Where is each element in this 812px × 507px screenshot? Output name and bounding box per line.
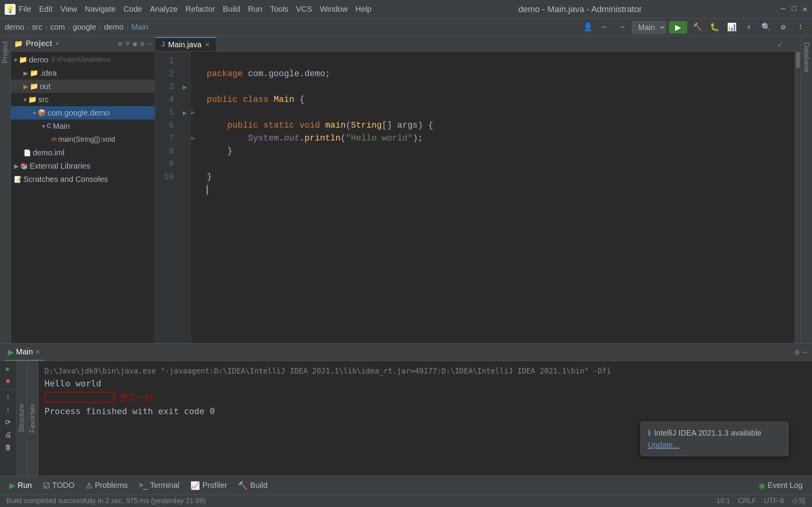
- menu-view[interactable]: View: [60, 5, 77, 14]
- settings-button[interactable]: ⚙: [776, 21, 790, 34]
- tree-item-package[interactable]: ▾ 📦 com.google.demo: [11, 106, 155, 119]
- tree-item-out[interactable]: ▶ 📁 out: [11, 80, 155, 93]
- notification-update-link[interactable]: Update...: [648, 441, 781, 450]
- tree-item-main-method[interactable]: m main(String[]):void: [11, 133, 155, 146]
- restart-run-button[interactable]: ▶: [2, 363, 14, 374]
- breadcrumb-google[interactable]: google: [73, 23, 96, 32]
- event-log-tab[interactable]: ◉ Event Log: [754, 479, 807, 492]
- structure-side-label[interactable]: Structure: [18, 404, 26, 432]
- menu-file[interactable]: File: [19, 5, 31, 14]
- tab-problems[interactable]: ⚠ Problems: [81, 479, 132, 492]
- soft-wrap-button[interactable]: ⟳: [2, 417, 14, 428]
- minimize-button[interactable]: —: [781, 4, 785, 14]
- print-button[interactable]: 🖨: [2, 429, 14, 440]
- debug-button[interactable]: 🐛: [707, 21, 722, 34]
- breadcrumb-src[interactable]: src: [32, 23, 43, 32]
- menu-edit[interactable]: Edit: [39, 5, 52, 14]
- update-icon[interactable]: ↑: [793, 21, 807, 34]
- breadcrumb-demo2[interactable]: demo: [104, 23, 124, 32]
- menu-run[interactable]: Run: [248, 5, 262, 14]
- notification-title: ℹ IntelliJ IDEA 2021.1.3 available: [648, 428, 781, 438]
- bookmark-icon-7[interactable]: ⊳: [191, 135, 195, 142]
- new-file-icon[interactable]: ⊕: [118, 39, 122, 48]
- project-label[interactable]: Project: [0, 39, 11, 66]
- run-output: ▶ ■ ↑ ↓ ⟳ 🖨 🗑 Structure Favorites D:\Jav…: [0, 361, 812, 476]
- database-label[interactable]: Database: [801, 39, 812, 75]
- back-button[interactable]: ←: [598, 21, 612, 34]
- forward-button[interactable]: →: [615, 21, 629, 34]
- maximize-button[interactable]: □: [792, 4, 796, 14]
- minimize-panel-icon[interactable]: —: [147, 40, 152, 48]
- menu-code[interactable]: Code: [124, 5, 142, 14]
- menu-tools[interactable]: Tools: [270, 5, 288, 14]
- tab-close-button[interactable]: ✕: [205, 41, 210, 48]
- run-tab-main[interactable]: ▶ Main ✕: [5, 344, 43, 361]
- tree-item-src[interactable]: ▾ 📁 src: [11, 93, 155, 106]
- run-panel: ▶ Main ✕ ⚙ — ▶ ■ ↑ ↓ ⟳ 🖨 🗑 Structure Fav…: [0, 343, 812, 476]
- tree-item-demo[interactable]: ▾ 📁 demo E:\Project\Java\demo: [11, 53, 155, 66]
- favorites-side-label[interactable]: Favorites: [28, 404, 37, 433]
- collapse-all-icon[interactable]: ≡: [126, 40, 130, 48]
- indent-text[interactable]: 小写: [792, 496, 806, 506]
- editor-tab-main[interactable]: J Main.java ✕: [155, 37, 216, 51]
- run-button[interactable]: ▶: [669, 21, 687, 34]
- tree-item-scratches[interactable]: 📝 Scratches and Consoles: [11, 173, 155, 186]
- run-panel-header: ▶ Main ✕ ⚙ —: [0, 344, 812, 361]
- editor-scrollbar[interactable]: [795, 52, 800, 343]
- scroll-up-button[interactable]: ↑: [2, 392, 14, 403]
- code-area[interactable]: package com.google.demo; public class Ma…: [200, 52, 795, 343]
- scroll-down-button[interactable]: ↓: [2, 404, 14, 415]
- tab-terminal[interactable]: >_ Terminal: [134, 479, 184, 491]
- tree-item-main-class[interactable]: ▾ C Main: [11, 119, 155, 133]
- menu-build[interactable]: Build: [223, 5, 240, 14]
- breadcrumb-com[interactable]: com: [50, 23, 65, 32]
- breadcrumb-main[interactable]: Main: [131, 23, 148, 32]
- menu-navigate[interactable]: Navigate: [85, 5, 116, 14]
- run-minimize-icon[interactable]: —: [803, 348, 807, 357]
- gear-icon[interactable]: ⚙: [140, 39, 144, 48]
- run-settings-icon[interactable]: ⚙: [795, 347, 800, 357]
- stop-run-button[interactable]: ■: [2, 376, 14, 387]
- title-bar: 💡 File Edit View Navigate Code Analyze R…: [0, 0, 812, 19]
- run-gutter-icon-5[interactable]: ▶: [183, 109, 187, 117]
- editor-area: J Main.java ✕ ✓ 1 2 3 4 5 6 7 8 9 10: [155, 36, 800, 343]
- clear-output-button[interactable]: 🗑: [2, 442, 14, 453]
- profile-run-button[interactable]: ⚡: [742, 21, 756, 34]
- bottom-tabs: ▶ Run ☑ TODO ⚠ Problems >_ Terminal 📈 Pr…: [0, 476, 812, 495]
- menu-window[interactable]: Window: [320, 5, 347, 14]
- window-controls[interactable]: — □ ✕: [781, 4, 807, 14]
- left-panel-labels: Project: [0, 36, 11, 343]
- tab-run[interactable]: ▶ Run: [5, 479, 37, 492]
- run-gutter-icon-3[interactable]: ▶: [183, 83, 187, 91]
- breadcrumb-demo[interactable]: demo: [5, 23, 24, 32]
- menu-refactor[interactable]: Refactor: [186, 5, 215, 14]
- run-tab-icon: ▶: [8, 347, 14, 357]
- bookmark-icon-5[interactable]: ⊳: [191, 109, 195, 117]
- tab-todo[interactable]: ☑ TODO: [38, 479, 79, 492]
- run-output-text: D:\Java\jdk9\bin\java.exe "-javaagent:D:…: [38, 361, 812, 476]
- tab-build[interactable]: 🔨 Build: [233, 479, 272, 492]
- close-button[interactable]: ✕: [803, 4, 807, 14]
- menu-analyze[interactable]: Analyze: [150, 5, 177, 14]
- tree-item-idea[interactable]: ▶ 📁 .idea: [11, 66, 155, 80]
- search-button[interactable]: 🔍: [759, 21, 773, 34]
- build-button[interactable]: 🔨: [690, 21, 704, 34]
- project-panel-title: Project: [26, 39, 52, 48]
- run-config-select[interactable]: Main: [632, 21, 666, 34]
- tab-profiler[interactable]: 📈 Profiler: [186, 479, 232, 492]
- menu-vcs[interactable]: VCS: [296, 5, 312, 14]
- coverage-button[interactable]: 📊: [725, 21, 739, 34]
- menu-help[interactable]: Help: [355, 5, 371, 14]
- tree-item-iml[interactable]: 📄 demo.iml: [11, 146, 155, 159]
- checkmark-icon: ✓: [778, 39, 783, 50]
- run-tab-close[interactable]: ✕: [35, 348, 40, 356]
- encoding[interactable]: UTF-8: [764, 497, 784, 505]
- scope-icon[interactable]: ◉: [133, 39, 137, 48]
- cursor-position[interactable]: 10:1: [716, 497, 730, 505]
- line-numbers: 1 2 3 4 5 6 7 8 9 10: [155, 52, 179, 343]
- project-tree: ▾ 📁 demo E:\Project\Java\demo ▶ 📁 .idea …: [11, 52, 155, 343]
- line-ending[interactable]: CRLF: [738, 497, 756, 505]
- editor-content[interactable]: 1 2 3 4 5 6 7 8 9 10 ▶ ▶: [155, 52, 800, 343]
- profile-button[interactable]: 👤: [581, 21, 595, 34]
- tree-item-external-libs[interactable]: ▶ 📚 External Libraries: [11, 159, 155, 173]
